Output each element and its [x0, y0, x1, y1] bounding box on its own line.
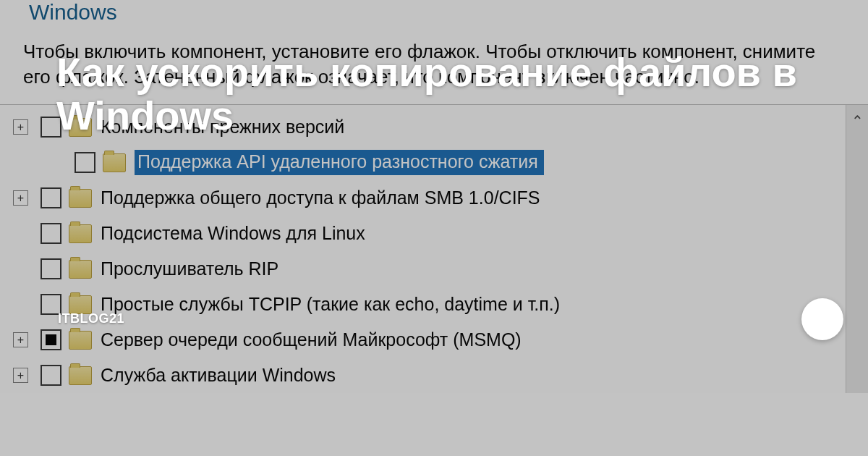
tree-container: +Компоненты прежних версий+Поддержка API… [0, 104, 868, 393]
feature-label: Простые службы TCPIP (такие как echo, da… [101, 294, 560, 315]
tree-row[interactable]: +Подсистема Windows для Linux [0, 216, 846, 251]
feature-label: Компоненты прежних версий [101, 117, 344, 138]
windows-features-panel: Windows Чтобы включить компонент, устано… [0, 0, 868, 456]
feature-checkbox[interactable] [41, 223, 61, 244]
folder-icon [69, 189, 92, 208]
tree-row[interactable]: +Сервер очереди сообщений Майкрософт (MS… [0, 322, 846, 358]
folder-icon [69, 331, 92, 350]
tree-row[interactable]: +Компоненты прежних версий [0, 109, 846, 145]
window-title: Windows [0, 0, 868, 29]
feature-checkbox[interactable] [75, 152, 95, 173]
feature-tree: +Компоненты прежних версий+Поддержка API… [0, 105, 846, 393]
feature-checkbox[interactable] [41, 258, 61, 279]
feature-checkbox[interactable] [41, 329, 61, 350]
expand-icon[interactable]: + [13, 190, 28, 206]
feature-label: Поддержка API удаленного разностного сжа… [135, 150, 544, 175]
tree-row[interactable]: +Поддержка общего доступа к файлам SMB 1… [0, 180, 846, 216]
folder-icon [69, 224, 92, 243]
folder-icon [69, 118, 92, 137]
scrollbar[interactable]: ⌃ [846, 105, 868, 393]
feature-checkbox[interactable] [41, 117, 61, 138]
tree-row[interactable]: +Служба активации Windows [0, 358, 846, 393]
tree-row[interactable]: +Прослушиватель RIP [0, 251, 846, 287]
tree-row[interactable]: +Простые службы TCPIP (такие как echo, d… [0, 287, 846, 322]
expand-icon[interactable]: + [13, 119, 28, 135]
feature-checkbox[interactable] [41, 187, 61, 208]
feature-label: Прослушиватель RIP [101, 258, 278, 279]
folder-icon [69, 295, 92, 314]
feature-checkbox[interactable] [41, 365, 61, 386]
expand-icon[interactable]: + [13, 368, 28, 383]
folder-icon [69, 260, 92, 279]
feature-label: Поддержка общего доступа к файлам SMB 1.… [101, 187, 540, 208]
feature-checkbox[interactable] [41, 294, 61, 315]
feature-label: Подсистема Windows для Linux [101, 223, 365, 244]
folder-icon [103, 153, 126, 172]
feature-label: Служба активации Windows [101, 365, 336, 386]
scroll-up-icon[interactable]: ⌃ [851, 112, 864, 393]
window-description: Чтобы включить компонент, установите его… [0, 29, 868, 104]
feature-label: Сервер очереди сообщений Майкрософт (MSM… [101, 329, 522, 350]
folder-icon [69, 366, 92, 385]
expand-icon[interactable]: + [13, 332, 28, 347]
tree-row[interactable]: +Поддержка API удаленного разностного сж… [0, 145, 846, 180]
